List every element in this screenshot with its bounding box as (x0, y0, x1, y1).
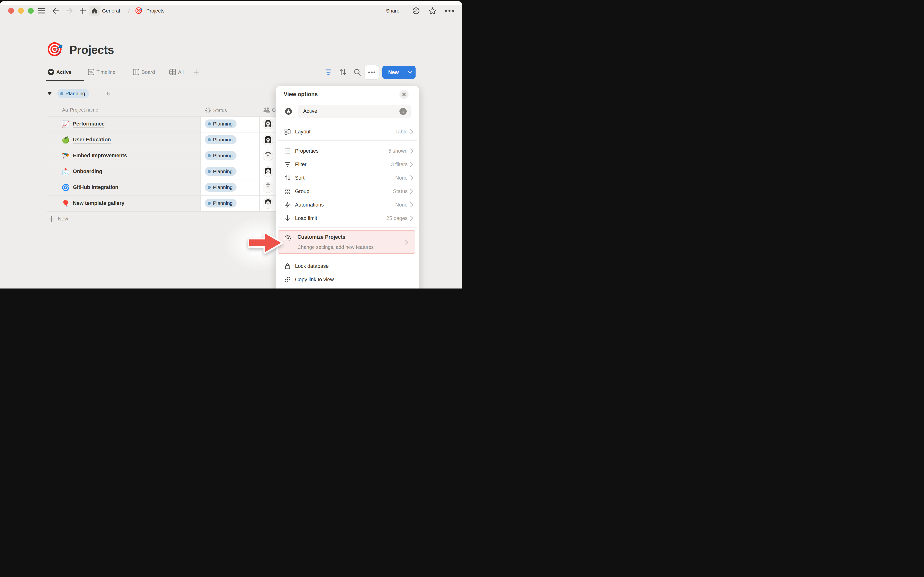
status-chip[interactable]: Planning (205, 135, 236, 144)
forward-icon[interactable] (65, 7, 74, 15)
row-divider (47, 164, 281, 164)
view-name-value: Active (303, 108, 317, 114)
breadcrumb-separator: / (128, 8, 130, 14)
zoom-window-button[interactable] (28, 8, 34, 14)
page-link[interactable]: Performance (73, 121, 105, 128)
close-icon[interactable] (399, 90, 409, 99)
column-header-status[interactable]: Status (205, 107, 227, 113)
menu-item-properties[interactable]: Properties 5 shown (280, 144, 415, 158)
filter-icon[interactable] (325, 69, 332, 76)
menu-item-filter[interactable]: Filter 3 filters (280, 158, 415, 171)
info-icon[interactable]: i (399, 108, 407, 115)
status-dot (60, 92, 63, 95)
tabs-divider (47, 82, 420, 82)
avatar[interactable] (263, 198, 273, 209)
row-divider (47, 148, 281, 148)
page-emoji: 🪂 (61, 152, 70, 160)
status-chip[interactable]: Planning (205, 151, 236, 160)
menu-item-load-limit[interactable]: Load limit 25 pages (280, 211, 415, 225)
group-collapse-triangle-icon[interactable] (47, 91, 52, 96)
page-link[interactable]: New template gallery (73, 200, 124, 207)
page-link[interactable]: GitHub integration (73, 184, 118, 191)
avatar[interactable] (263, 119, 273, 129)
filter-menu-icon (284, 161, 291, 168)
menu-item-lock-database[interactable]: Lock database (280, 259, 415, 273)
starred-view-icon (48, 69, 54, 75)
favorite-star-icon[interactable] (428, 6, 438, 15)
status-property-icon (205, 107, 211, 113)
row-divider (47, 116, 281, 117)
panel-title: View options (284, 91, 318, 98)
history-clock-icon[interactable] (412, 7, 420, 15)
add-row-label: New (58, 216, 68, 222)
breadcrumb-page[interactable]: Projects (146, 8, 165, 14)
new-page-icon[interactable] (78, 6, 87, 15)
share-button[interactable]: Share (386, 8, 399, 14)
menu-item-group[interactable]: Group Status (280, 185, 415, 198)
page-link[interactable]: Embed Improvements (73, 153, 127, 160)
gear-icon (284, 234, 291, 241)
view-icon-button[interactable] (282, 105, 295, 118)
lightning-icon (284, 201, 291, 208)
page-title[interactable]: Projects (69, 43, 114, 56)
column-divider (259, 116, 260, 211)
tab-board[interactable]: Board (133, 69, 155, 75)
menu-item-sort[interactable]: Sort None (280, 171, 415, 185)
sidebar-menu-icon[interactable] (37, 7, 46, 15)
status-dot (208, 154, 211, 157)
link-icon (284, 276, 291, 283)
chevron-right-icon (410, 175, 414, 181)
menu-item-layout[interactable]: Layout Table (280, 125, 415, 139)
avatar[interactable] (263, 135, 273, 145)
column-header-name[interactable]: Aa Project name (62, 107, 98, 113)
people-property-icon (263, 107, 270, 113)
status-chip[interactable]: Planning (205, 119, 236, 128)
group-status-label: Planning (65, 91, 85, 97)
avatar[interactable] (263, 166, 273, 177)
chevron-right-icon (410, 148, 414, 154)
close-window-button[interactable] (8, 8, 14, 14)
group-status-chip[interactable]: Planning (57, 89, 89, 98)
view-settings-trigger-icon[interactable] (365, 65, 379, 79)
page-link[interactable]: User Education (73, 137, 111, 143)
sort-menu-icon (284, 175, 291, 181)
avatar[interactable] (263, 150, 273, 161)
page-emoji: 🍏 (61, 136, 70, 144)
table-view-icon (170, 69, 176, 75)
menu-item-automations[interactable]: Automations None (280, 198, 415, 211)
customize-projects-item[interactable] (278, 230, 415, 254)
row-divider (47, 195, 281, 196)
active-tab-underline (46, 80, 84, 81)
panel-divider (278, 140, 417, 141)
customize-title: Customize Projects (297, 234, 346, 240)
home-icon[interactable] (89, 6, 100, 16)
back-icon[interactable] (51, 7, 60, 15)
page-icon-emoji[interactable]: 🎯 (46, 41, 63, 57)
minimize-window-button[interactable] (18, 8, 24, 14)
sort-icon[interactable] (339, 68, 347, 76)
status-chip[interactable]: Planning (205, 183, 236, 192)
tab-active[interactable]: Active (48, 69, 71, 75)
status-chip[interactable]: Planning (205, 199, 236, 208)
status-chip[interactable]: Planning (205, 167, 236, 176)
tab-timeline[interactable]: Timeline (88, 69, 115, 75)
new-dropdown-chevron-icon[interactable] (405, 71, 415, 74)
search-icon[interactable] (353, 68, 362, 76)
more-options-icon[interactable] (444, 8, 455, 13)
page-link[interactable]: Onboarding (73, 169, 102, 175)
new-button[interactable]: New (382, 66, 415, 79)
menu-item-copy-link[interactable]: Copy link to view (280, 273, 415, 286)
add-row-button[interactable]: New (48, 216, 68, 222)
tab-label: Active (56, 69, 71, 75)
breadcrumb-workspace[interactable]: General (102, 8, 120, 14)
status-dot (208, 138, 211, 141)
tab-all[interactable]: All (170, 69, 184, 75)
group-count: 6 (107, 91, 110, 97)
column-header-owner[interactable]: Owner (263, 107, 277, 113)
add-view-icon[interactable] (192, 69, 200, 75)
status-dot (208, 170, 211, 173)
plus-icon (48, 216, 54, 222)
annotation-arrow-icon (247, 230, 283, 255)
status-dot (208, 186, 211, 189)
avatar[interactable] (263, 182, 273, 193)
